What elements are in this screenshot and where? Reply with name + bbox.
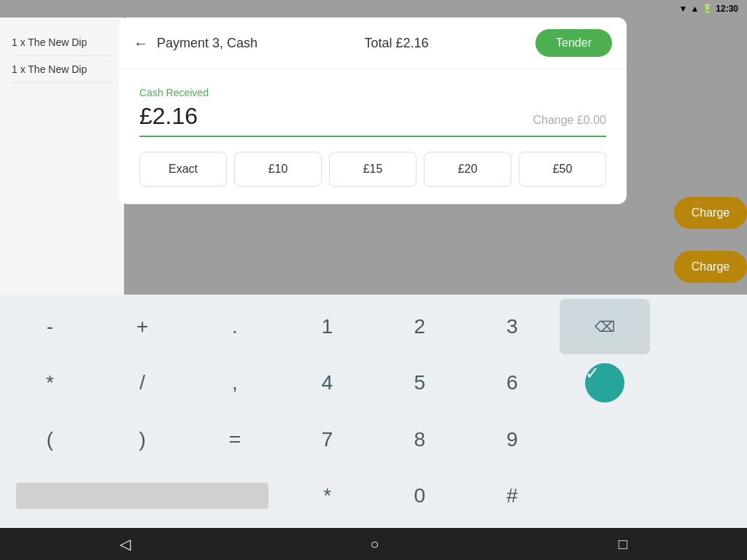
confirm-key-cell: ✓ [560,356,651,411]
recents-nav-icon[interactable]: □ [619,536,627,553]
modal-header: ← Payment 3, Cash Total £2.16 Tender [119,18,627,69]
back-nav-icon[interactable]: ◁ [120,535,131,553]
background-panel: 1 x The New Dip 1 x The New Dip [0,18,124,295]
key-2[interactable]: 2 [374,299,465,354]
key-open-paren[interactable]: ( [4,412,96,467]
quick-15[interactable]: £15 [329,152,417,187]
key-close-paren[interactable]: ) [97,412,188,467]
key-empty-r3a [560,412,651,467]
key-hash[interactable]: # [467,469,558,524]
key-asterisk[interactable]: * [4,356,96,411]
modal-title: Payment 3, Cash [157,36,258,51]
cash-amount: £2.16 [139,103,198,130]
key-6[interactable]: 6 [467,356,558,411]
key-5[interactable]: 5 [374,356,465,411]
modal-header-left: ← Payment 3, Cash [133,35,258,52]
key-8[interactable]: 8 [374,412,465,467]
key-empty-r4a [560,469,651,524]
charge-button-1[interactable]: Charge [674,197,747,229]
key-empty-r4b [651,469,743,524]
quick-exact[interactable]: Exact [139,152,227,187]
key-3[interactable]: 3 [467,299,558,354]
key-empty-r2 [651,356,743,411]
status-icons: ▼ ▲ 🔋 12:30 [679,4,738,14]
modal-total: Total £2.16 [365,36,429,51]
backspace-key[interactable]: ⌫ [560,299,651,354]
charge-button-2[interactable]: Charge [674,251,747,283]
nav-bar: ◁ ○ □ [0,528,747,560]
key-equals[interactable]: = [190,412,281,467]
key-slash[interactable]: / [97,356,188,411]
cash-received-label: Cash Received [139,87,606,98]
battery-icon: 🔋 [702,4,713,14]
key-4[interactable]: 4 [282,356,373,411]
signal-icon: ▲ [690,4,699,14]
tender-button[interactable]: Tender [535,29,612,57]
quick-20[interactable]: £20 [424,152,511,187]
order-item-2: 1 x The New Dip [12,56,112,83]
back-button[interactable]: ← [133,35,148,52]
status-bar: ▼ ▲ 🔋 12:30 [0,0,747,18]
modal-body: Cash Received £2.16 Change £0.00 Exact £… [119,69,627,204]
quick-amounts: Exact £10 £15 £20 £50 [139,152,606,187]
quick-50[interactable]: £50 [519,152,606,187]
wifi-icon: ▼ [679,4,688,14]
payment-modal: ← Payment 3, Cash Total £2.16 Tender Cas… [119,18,627,204]
spacebar-cell [4,469,280,524]
key-minus[interactable]: - [4,299,96,354]
key-1[interactable]: 1 [282,299,373,354]
key-star[interactable]: * [282,469,373,524]
cash-amount-row: £2.16 Change £0.00 [139,103,606,137]
confirm-key[interactable]: ✓ [585,363,624,402]
key-9[interactable]: 9 [467,412,558,467]
key-7[interactable]: 7 [282,412,373,467]
clock: 12:30 [716,4,738,14]
home-nav-icon[interactable]: ○ [370,536,379,553]
key-empty-r3b [651,412,743,467]
key-dot[interactable]: . [190,299,281,354]
key-plus[interactable]: + [97,299,188,354]
change-text: Change £0.00 [533,114,606,127]
keyboard: - + . 1 2 3 ⌫ * / , 4 5 6 ✓ ( ) = 7 8 9 … [0,295,747,528]
key-comma[interactable]: , [190,356,281,411]
key-0[interactable]: 0 [374,469,465,524]
spacebar-key[interactable] [16,483,268,509]
quick-10[interactable]: £10 [234,152,322,187]
key-empty-r1 [651,299,743,354]
order-item-1: 1 x The New Dip [12,29,112,56]
